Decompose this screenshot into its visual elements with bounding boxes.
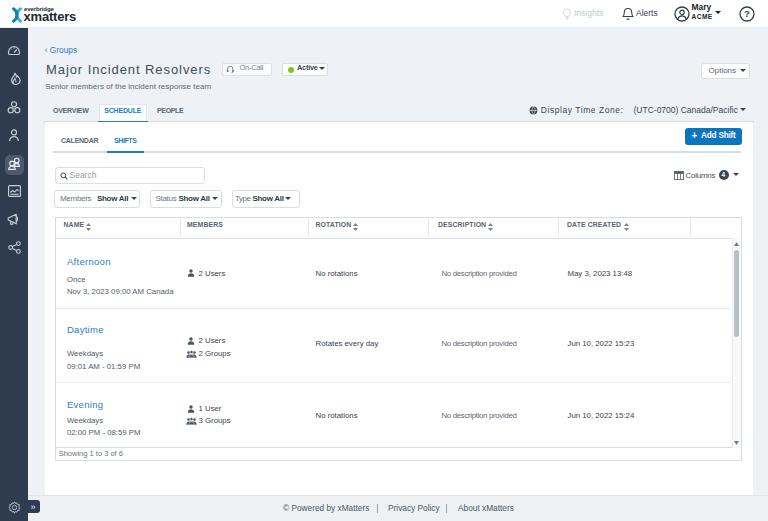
svg-text:?: ? bbox=[744, 8, 750, 19]
